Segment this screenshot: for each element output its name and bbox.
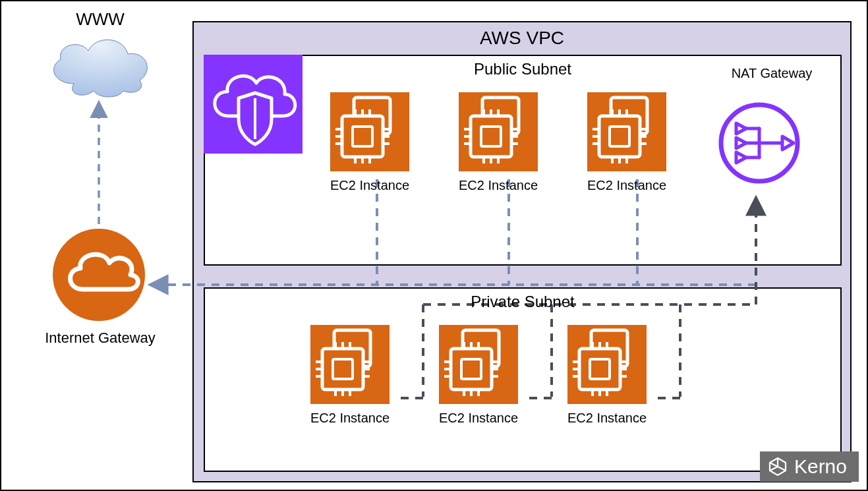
ec2-public-1 xyxy=(330,92,409,171)
internet-gateway-node xyxy=(53,229,145,321)
internet-gateway-label: Internet Gateway xyxy=(31,330,169,347)
ec2-public-2-label: EC2 Instance xyxy=(449,178,548,193)
ec2-private-3-label: EC2 Instance xyxy=(558,411,656,426)
private-subnet-title: Private Subnet xyxy=(205,293,840,311)
ec2-public-3 xyxy=(587,92,666,171)
ec2-public-1-label: EC2 Instance xyxy=(320,178,419,193)
ec2-public-2 xyxy=(459,92,538,171)
ec2-private-3 xyxy=(567,325,647,404)
www-label: WWW xyxy=(67,9,133,30)
www-cloud-icon xyxy=(41,28,159,100)
ec2-private-2 xyxy=(439,325,518,404)
vpc-title: AWS VPC xyxy=(194,28,850,49)
ec2-private-1-label: EC2 Instance xyxy=(301,411,399,426)
kerno-logo-icon xyxy=(768,457,788,477)
brand-badge: Kerno xyxy=(760,451,859,482)
brand-label: Kerno xyxy=(794,455,847,478)
ec2-private-1 xyxy=(310,325,390,404)
aws-vpc-container: AWS VPC Public Subnet EC2 Instance EC2 I… xyxy=(192,21,852,482)
public-subnet-title: Public Subnet xyxy=(205,60,840,78)
private-subnet-box: Private Subnet EC2 Instance EC2 Instance… xyxy=(204,287,842,472)
diagram-canvas: WWW Internet Gateway AWS VPC Public Subn… xyxy=(0,0,868,491)
ec2-private-2-label: EC2 Instance xyxy=(429,411,528,426)
ec2-public-3-label: EC2 Instance xyxy=(577,178,676,193)
